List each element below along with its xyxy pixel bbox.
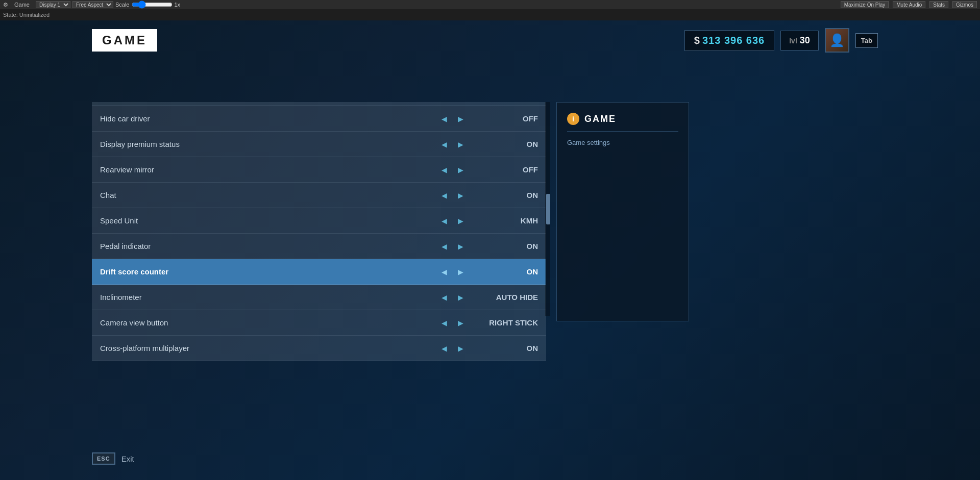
- panel-description: Game settings: [567, 138, 678, 148]
- settings-top-bar: [92, 102, 546, 106]
- arrow-right-1[interactable]: ▶: [454, 138, 467, 150]
- row-value-7: AUTO HIDE: [477, 293, 538, 301]
- row-value-4: KMH: [477, 216, 538, 225]
- exit-label[interactable]: Exit: [121, 454, 134, 463]
- row-label-0: Hide car driver: [100, 114, 438, 123]
- aspect-select[interactable]: Free Aspect: [72, 1, 113, 8]
- row-label-9: Cross-platform multiplayer: [100, 344, 438, 352]
- scrollbar-track[interactable]: [545, 102, 550, 316]
- maximize-btn[interactable]: Maximize On Play: [841, 1, 889, 8]
- settings-row-2[interactable]: Rearview mirror◀▶OFF: [92, 157, 546, 183]
- arrow-right-5[interactable]: ▶: [454, 240, 467, 252]
- arrow-right-7[interactable]: ▶: [454, 291, 467, 304]
- unity-topbar: ⚙ Game Display 1 Free Aspect Scale 1x Ma…: [0, 0, 980, 9]
- row-value-6: ON: [477, 267, 538, 276]
- arrow-left-icon-7: ◀: [442, 293, 447, 301]
- arrow-left-1[interactable]: ◀: [438, 138, 450, 150]
- row-controls-8: ◀▶: [438, 317, 467, 329]
- settings-row-6[interactable]: Drift score counter◀▶ON: [92, 259, 546, 285]
- row-label-8: Camera view button: [100, 318, 438, 327]
- arrow-left-6[interactable]: ◀: [438, 266, 450, 278]
- row-value-2: OFF: [477, 165, 538, 174]
- row-label-3: Chat: [100, 191, 438, 199]
- display-group: Display 1 Free Aspect Scale 1x: [36, 1, 180, 8]
- row-label-2: Rearview mirror: [100, 165, 438, 174]
- panel-header: i GAME: [567, 113, 678, 132]
- arrow-left-8[interactable]: ◀: [438, 317, 450, 329]
- topbar-title: Game: [14, 2, 30, 8]
- row-controls-5: ◀▶: [438, 240, 467, 252]
- row-label-7: Inclinometer: [100, 293, 438, 301]
- arrow-left-0[interactable]: ◀: [438, 113, 450, 125]
- row-value-8: RIGHT STICK: [477, 318, 538, 327]
- arrow-right-2[interactable]: ▶: [454, 164, 467, 176]
- row-controls-3: ◀▶: [438, 189, 467, 201]
- arrow-left-9[interactable]: ◀: [438, 342, 450, 355]
- level-value: 30: [800, 35, 810, 45]
- settings-panel: Hide car driver◀▶OFFDisplay premium stat…: [92, 102, 546, 480]
- arrow-left-2[interactable]: ◀: [438, 164, 450, 176]
- money-value: 313 396 636: [702, 35, 765, 46]
- tab-key[interactable]: Tab: [855, 33, 878, 48]
- settings-rows-container: Hide car driver◀▶OFFDisplay premium stat…: [92, 106, 546, 361]
- header-right: $313 396 636 lvl 30 👤 Tab: [684, 28, 878, 53]
- row-label-1: Display premium status: [100, 140, 438, 148]
- arrow-right-icon-5: ▶: [458, 242, 463, 250]
- row-label-5: Pedal indicator: [100, 242, 438, 250]
- panel-title: GAME: [584, 114, 616, 124]
- settings-row-5[interactable]: Pedal indicator◀▶ON: [92, 234, 546, 259]
- arrow-left-icon-8: ◀: [442, 319, 447, 327]
- arrow-right-4[interactable]: ▶: [454, 215, 467, 227]
- arrow-right-icon-8: ▶: [458, 319, 463, 327]
- settings-row-8[interactable]: Camera view button◀▶RIGHT STICK: [92, 310, 546, 336]
- arrow-left-icon-5: ◀: [442, 242, 447, 250]
- settings-row-7[interactable]: Inclinometer◀▶AUTO HIDE: [92, 285, 546, 310]
- row-controls-9: ◀▶: [438, 342, 467, 355]
- display-select[interactable]: Display 1: [36, 1, 70, 8]
- settings-row-9[interactable]: Cross-platform multiplayer◀▶ON: [92, 336, 546, 361]
- level-display: lvl 30: [780, 31, 819, 50]
- money-sign: $: [694, 35, 700, 46]
- stats-btn[interactable]: Stats: [929, 1, 948, 8]
- arrow-right-icon-7: ▶: [458, 293, 463, 301]
- esc-key[interactable]: ESC: [92, 452, 115, 465]
- row-controls-1: ◀▶: [438, 138, 467, 150]
- settings-row-1[interactable]: Display premium status◀▶ON: [92, 132, 546, 157]
- scale-slider[interactable]: [132, 2, 173, 7]
- game-header: GAME $313 396 636 lvl 30 👤 Tab: [0, 28, 980, 53]
- level-prefix: lvl: [789, 37, 797, 45]
- arrow-right-9[interactable]: ▶: [454, 342, 467, 355]
- arrow-right-icon-0: ▶: [458, 115, 463, 123]
- money-display: $313 396 636: [684, 30, 774, 51]
- avatar: 👤: [825, 28, 849, 53]
- arrow-left-icon-9: ◀: [442, 344, 447, 352]
- arrow-left-icon-0: ◀: [442, 115, 447, 123]
- arrow-right-icon-2: ▶: [458, 166, 463, 174]
- scrollbar-thumb[interactable]: [546, 194, 550, 224]
- arrow-left-4[interactable]: ◀: [438, 215, 450, 227]
- arrow-left-5[interactable]: ◀: [438, 240, 450, 252]
- arrow-right-3[interactable]: ▶: [454, 189, 467, 201]
- bottom-bar: ESC Exit: [92, 452, 134, 465]
- arrow-right-0[interactable]: ▶: [454, 113, 467, 125]
- scale-label: Scale: [115, 2, 130, 8]
- arrow-right-icon-1: ▶: [458, 140, 463, 148]
- settings-row-4[interactable]: Speed Unit◀▶KMH: [92, 208, 546, 234]
- arrow-right-icon-9: ▶: [458, 344, 463, 352]
- arrow-right-icon-3: ▶: [458, 191, 463, 199]
- arrow-right-6[interactable]: ▶: [454, 266, 467, 278]
- arrow-left-7[interactable]: ◀: [438, 291, 450, 304]
- mute-btn[interactable]: Mute Audio: [893, 1, 925, 8]
- arrow-right-icon-4: ▶: [458, 217, 463, 225]
- arrow-left-3[interactable]: ◀: [438, 189, 450, 201]
- game-logo: GAME: [92, 29, 157, 52]
- arrow-right-icon-6: ▶: [458, 268, 463, 276]
- settings-row-3[interactable]: Chat◀▶ON: [92, 183, 546, 208]
- settings-row-0[interactable]: Hide car driver◀▶OFF: [92, 106, 546, 132]
- avatar-image: 👤: [826, 29, 848, 52]
- gizmos-btn[interactable]: Gizmos: [952, 1, 977, 8]
- row-controls-2: ◀▶: [438, 164, 467, 176]
- row-value-3: ON: [477, 191, 538, 199]
- arrow-right-8[interactable]: ▶: [454, 317, 467, 329]
- row-controls-4: ◀▶: [438, 215, 467, 227]
